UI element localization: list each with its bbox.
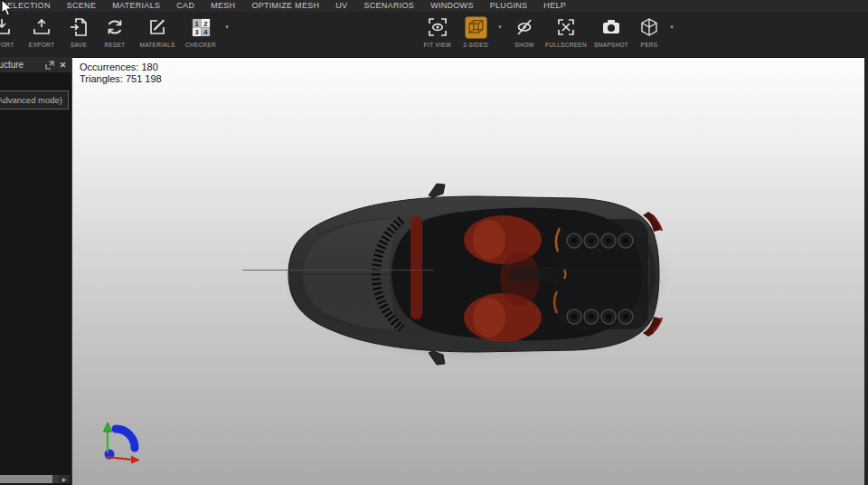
menu-mesh[interactable]: MESH [203,0,243,12]
toolbar-view-group: FIT VIEW 2-SIDED ▾ [418,12,678,48]
axis-orientation-gizmo [94,418,145,465]
scene-stats: Occurrences: 180 Triangles: 751 198 [80,62,162,86]
show-icon [513,15,536,39]
two-sided-button[interactable]: 2-SIDED [458,12,494,48]
menu-uv[interactable]: UV [327,0,355,12]
toolbar-file-group: IMPORT EXPORT SAVE [0,12,233,48]
menu-plugins[interactable]: PLUGINS [482,0,536,12]
svg-text:4: 4 [203,28,208,36]
svg-text:1: 1 [194,19,199,27]
menu-scene[interactable]: SCENE [59,0,105,12]
mouse-cursor-icon [1,0,13,16]
structure-panel: Product structure ✕ s (Advanced mode) ▶ [0,57,72,485]
show-button[interactable]: SHOW [506,12,542,48]
menu-scenarios[interactable]: SCENARIOS [355,0,422,12]
fit-view-icon [426,15,449,39]
menu-optimize-mesh[interactable]: OPTIMIZE MESH [243,0,327,12]
perspective-dropdown-icon[interactable]: ▾ [665,15,678,39]
advanced-mode-button[interactable]: s (Advanced mode) [0,90,69,109]
viewport-axis-tick [290,269,293,271]
materials-button[interactable]: MATERIALS [134,12,181,48]
svg-text:2: 2 [203,19,207,27]
fullscreen-button[interactable]: FULLSCREEN [542,12,590,48]
snapshot-button[interactable]: SNAPSHOT [590,12,633,48]
import-icon [0,15,14,39]
menu-materials[interactable]: MATERIALS [104,0,168,12]
stat-triangles: Triangles: 751 198 [80,73,162,85]
export-icon [30,15,53,39]
save-icon [67,15,90,39]
structure-panel-header: Product structure ✕ [0,57,71,72]
save-button[interactable]: SAVE [61,12,96,48]
fit-view-button[interactable]: FIT VIEW [418,12,458,48]
structure-panel-title: Product structure [0,60,24,70]
scrollbar-right-arrow-icon[interactable]: ▶ [59,475,70,483]
scrollbar-track[interactable] [0,475,59,483]
fullscreen-icon [554,15,578,39]
perspective-button[interactable]: PERS [633,12,665,48]
close-panel-icon[interactable]: ✕ [58,60,68,70]
car-model-top-view [283,190,668,358]
scrollbar-thumb[interactable] [0,475,52,483]
checker-icon: 1 2 3 4 [189,15,212,39]
snapshot-icon [599,15,623,39]
import-button[interactable]: IMPORT [0,12,22,48]
two-sided-dropdown-icon[interactable]: ▾ [494,15,506,39]
structure-hscrollbar[interactable]: ▶ [0,475,70,483]
two-sided-icon [464,15,487,39]
menu-cad[interactable]: CAD [168,0,203,12]
checker-button[interactable]: 1 2 3 4 CHECKER [181,12,221,48]
perspective-cube-icon [637,15,661,39]
svg-text:3: 3 [194,28,198,36]
export-button[interactable]: EXPORT [22,12,61,48]
menu-help[interactable]: HELP [535,0,574,12]
menu-windows[interactable]: WINDOWS [422,0,482,12]
menu-bar: SELECTION SCENE MATERIALS CAD MESH OPTIM… [0,0,868,12]
reset-button[interactable]: RESET [96,12,134,48]
checker-dropdown-icon[interactable]: ▾ [221,15,233,39]
reset-icon [103,15,127,39]
main-toolbar: IMPORT EXPORT SAVE [0,12,868,57]
3d-viewport[interactable]: Occurrences: 180 Triangles: 751 198 [72,57,864,485]
viewport-axis-line [242,270,434,271]
materials-icon [146,15,169,39]
stat-occurrences: Occurrences: 180 [80,62,162,73]
undock-panel-icon[interactable] [44,60,54,70]
app-window: SELECTION SCENE MATERIALS CAD MESH OPTIM… [0,0,868,485]
